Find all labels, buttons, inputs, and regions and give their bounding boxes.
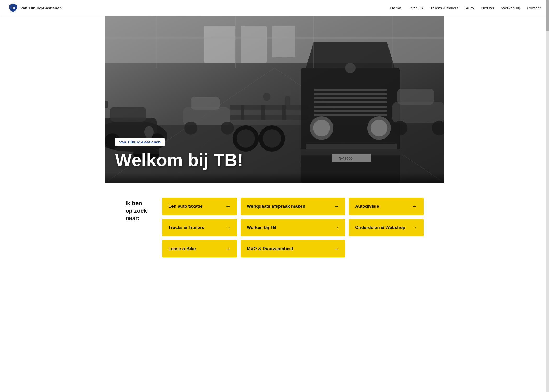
quick-links-section: Ik ben op zoek naar: Een auto taxatie → … (105, 183, 444, 273)
svg-rect-35 (314, 93, 387, 95)
svg-rect-27 (261, 105, 265, 120)
hero-title: Welkom bij TB! (115, 150, 243, 170)
svg-rect-38 (314, 106, 387, 108)
svg-rect-51 (397, 89, 434, 105)
quick-link-mvo[interactable]: MVO & Duurzaamheid → (241, 240, 345, 257)
svg-point-47 (345, 63, 356, 73)
main-nav: Home Over TB Trucks & trailers Auto Nieu… (390, 6, 444, 10)
search-label: Ik ben op zoek naar: (125, 198, 152, 222)
svg-rect-34 (314, 89, 387, 91)
quick-link-autodivisie[interactable]: Autodivisie → (349, 198, 424, 215)
arrow-icon-4: → (334, 224, 339, 230)
arrow-icon-3: → (225, 224, 231, 230)
svg-rect-21 (191, 97, 220, 110)
header: TB Van Tilburg-Bastianen Home Over TB Tr… (105, 0, 444, 16)
hero-section: N-43600 Van Tilburg-Bastianen Welkom (105, 16, 444, 183)
svg-rect-57 (285, 96, 290, 105)
quick-link-lease[interactable]: Lease-a-Bike → (162, 240, 237, 257)
svg-rect-40 (314, 114, 387, 116)
svg-rect-26 (241, 105, 244, 120)
arrow-icon-1: → (334, 203, 339, 209)
quick-link-onderdelen[interactable]: Onderdelen & Webshop → (349, 219, 424, 236)
svg-rect-8 (204, 26, 235, 63)
arrow-icon-0: → (225, 203, 231, 209)
svg-rect-58 (105, 37, 444, 39)
svg-rect-9 (241, 26, 267, 63)
svg-rect-10 (272, 26, 295, 57)
svg-rect-39 (314, 110, 387, 112)
quick-link-werken[interactable]: Werken bij TB → (241, 219, 345, 236)
nav-over-tb[interactable]: Over TB (408, 6, 423, 10)
hero-badge[interactable]: Van Tilburg-Bastianen (115, 138, 165, 146)
svg-point-56 (284, 89, 291, 97)
arrow-icon-5: → (412, 224, 417, 230)
svg-rect-37 (314, 101, 387, 103)
quick-link-werkplaats[interactable]: Werkplaats afspraak maken → (241, 198, 345, 215)
svg-rect-50 (392, 102, 444, 123)
svg-rect-36 (314, 97, 387, 99)
svg-point-54 (263, 93, 270, 101)
svg-rect-55 (105, 101, 108, 108)
nav-trucks-trailers[interactable]: Trucks & trailers (430, 6, 444, 10)
svg-rect-13 (110, 107, 146, 122)
quick-link-trucks[interactable]: Trucks & Trailers → (162, 219, 237, 236)
svg-rect-28 (282, 105, 286, 120)
nav-home[interactable]: Home (390, 6, 401, 10)
arrow-icon-2: → (412, 203, 417, 209)
arrow-icon-6: → (225, 246, 231, 252)
quick-link-taxatie[interactable]: Een auto taxatie → (162, 198, 237, 215)
arrow-icon-7: → (334, 246, 339, 252)
